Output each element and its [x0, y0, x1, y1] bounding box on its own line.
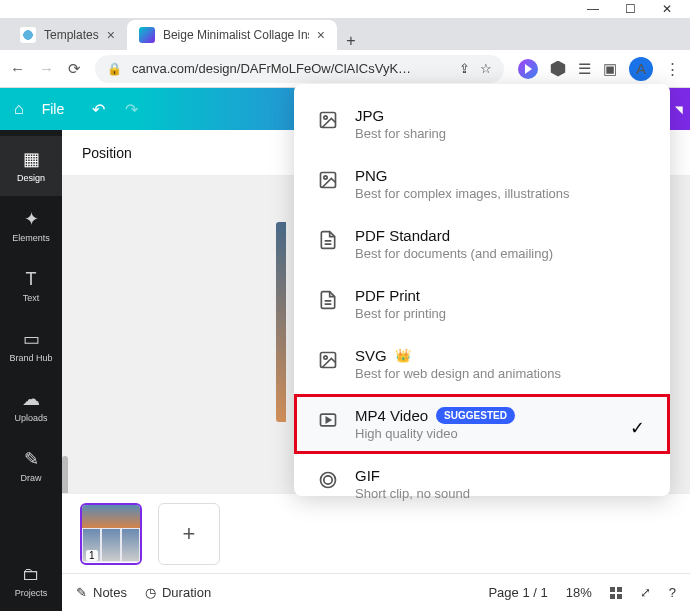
- file-menu[interactable]: File: [42, 101, 65, 117]
- nav-back-icon[interactable]: ←: [10, 60, 25, 77]
- sidebar-item-label: Brand Hub: [9, 353, 52, 363]
- new-tab-button[interactable]: +: [337, 32, 365, 50]
- format-desc: Best for web design and animations: [355, 366, 647, 381]
- sidebar-item-label: Draw: [20, 473, 41, 483]
- tab-close-icon[interactable]: ×: [317, 27, 325, 43]
- format-title: PNG: [355, 167, 647, 184]
- favicon: [139, 27, 155, 43]
- sidebar-item-text[interactable]: T Text: [0, 256, 62, 316]
- page-indicator[interactable]: Page 1 / 1: [488, 585, 547, 600]
- tab-label: Templates: [44, 28, 99, 42]
- sidebar-item-brand-hub[interactable]: ▭ Brand Hub: [0, 316, 62, 376]
- star-icon[interactable]: ☆: [480, 61, 492, 76]
- format-option-mp4[interactable]: MP4 VideoSUGGESTEDHigh quality video ✓: [294, 394, 670, 454]
- page-number: 1: [86, 550, 98, 561]
- format-option-png[interactable]: PNGBest for complex images, illustration…: [294, 154, 670, 214]
- add-page-button[interactable]: +: [158, 503, 220, 565]
- toolbar-right: ☰ ▣ A ⋮: [518, 57, 680, 81]
- browser-tab-canva-design[interactable]: Beige Minimalist Collage Ins ×: [127, 20, 337, 50]
- help-icon[interactable]: ?: [669, 585, 676, 600]
- window-minimize[interactable]: —: [587, 2, 599, 16]
- media-play-icon[interactable]: [518, 59, 538, 79]
- window-close[interactable]: ✕: [662, 2, 672, 16]
- format-desc: Best for printing: [355, 306, 647, 321]
- extensions-icon[interactable]: [550, 61, 566, 77]
- draw-icon: ✎: [24, 449, 39, 469]
- format-option-jpg[interactable]: JPGBest for sharing: [294, 94, 670, 154]
- duration-label: Duration: [162, 585, 211, 600]
- sidebar-item-uploads[interactable]: ☁ Uploads: [0, 376, 62, 436]
- svg-point-5: [324, 356, 327, 359]
- undo-icon[interactable]: ↶: [92, 100, 105, 119]
- image-icon: [317, 349, 339, 371]
- notes-icon: ✎: [76, 585, 87, 600]
- window-maximize[interactable]: ☐: [625, 2, 636, 16]
- format-desc: Best for complex images, illustrations: [355, 186, 647, 201]
- format-title: SVG: [355, 347, 387, 364]
- kebab-menu-icon[interactable]: ⋮: [665, 60, 680, 78]
- format-title: PDF Print: [355, 287, 647, 304]
- svg-point-3: [324, 176, 327, 179]
- profile-avatar[interactable]: A: [629, 57, 653, 81]
- format-desc: Short clip, no sound: [355, 486, 647, 501]
- sidebar-item-label: Uploads: [14, 413, 47, 423]
- lock-icon: 🔒: [107, 62, 122, 76]
- image-icon: [317, 109, 339, 131]
- sidebar-item-draw[interactable]: ✎ Draw: [0, 436, 62, 496]
- text-icon: T: [26, 269, 37, 289]
- format-option-svg[interactable]: SVG👑Best for web design and animations: [294, 334, 670, 394]
- uploads-icon: ☁: [22, 389, 40, 409]
- browser-tab-templates[interactable]: Templates ×: [8, 20, 127, 50]
- top-bar-overflow[interactable]: ◥: [668, 88, 690, 130]
- format-title: JPG: [355, 107, 647, 124]
- sidebar-item-projects[interactable]: 🗀 Projects: [0, 551, 62, 611]
- format-title: MP4 Video: [355, 407, 428, 424]
- nav-reload-icon[interactable]: ⟳: [68, 60, 81, 78]
- sidebar-item-elements[interactable]: ✦ Elements: [0, 196, 62, 256]
- svg-point-8: [324, 476, 332, 484]
- omnibox[interactable]: 🔒 canva.com/design/DAFrMoLFeOw/ClAICsVyK…: [95, 55, 504, 83]
- sidebar-item-label: Projects: [15, 588, 48, 598]
- window-controls: — ☐ ✕: [0, 0, 690, 18]
- design-icon: ▦: [23, 149, 40, 169]
- gif-icon: [317, 469, 339, 491]
- reading-list-icon[interactable]: ☰: [578, 60, 591, 78]
- sidebar-item-label: Text: [23, 293, 40, 303]
- download-format-menu: JPGBest for sharing PNGBest for complex …: [294, 84, 670, 496]
- suggested-badge: SUGGESTED: [436, 407, 515, 424]
- home-icon[interactable]: ⌂: [14, 100, 24, 118]
- page-thumbnail[interactable]: 1: [80, 503, 142, 565]
- tab-label: Beige Minimalist Collage Ins: [163, 28, 309, 42]
- duration-button[interactable]: ◷ Duration: [145, 585, 211, 600]
- svg-point-7: [321, 473, 336, 488]
- position-button[interactable]: Position: [82, 145, 132, 161]
- sidebar-item-label: Elements: [12, 233, 50, 243]
- clock-icon: ◷: [145, 585, 156, 600]
- image-icon: [317, 169, 339, 191]
- sidebar-item-design[interactable]: ▦ Design: [0, 136, 62, 196]
- notes-button[interactable]: ✎ Notes: [76, 585, 127, 600]
- format-option-pdf-standard[interactable]: PDF StandardBest for documents (and emai…: [294, 214, 670, 274]
- crown-icon: 👑: [395, 348, 411, 363]
- video-icon: [317, 409, 339, 431]
- side-panel-icon[interactable]: ▣: [603, 60, 617, 78]
- tab-close-icon[interactable]: ×: [107, 27, 115, 43]
- canvas-preview-fragment: [276, 222, 286, 422]
- format-option-pdf-print[interactable]: PDF PrintBest for printing: [294, 274, 670, 334]
- address-bar: ← → ⟳ 🔒 canva.com/design/DAFrMoLFeOw/ClA…: [0, 50, 690, 88]
- check-icon: ✓: [630, 417, 645, 439]
- redo-icon: ↷: [125, 100, 138, 119]
- brand-hub-icon: ▭: [23, 329, 40, 349]
- favicon: [20, 27, 36, 43]
- zoom-level[interactable]: 18%: [566, 585, 592, 600]
- format-desc: High quality video: [355, 426, 647, 441]
- svg-point-1: [324, 116, 327, 119]
- left-sidebar: ▦ Design ✦ Elements T Text ▭ Brand Hub ☁…: [0, 130, 62, 611]
- format-title: GIF: [355, 467, 647, 484]
- share-icon[interactable]: ⇪: [459, 61, 470, 76]
- url-text: canva.com/design/DAFrMoLFeOw/ClAICsVyK…: [132, 61, 449, 76]
- grid-view-icon[interactable]: [610, 587, 622, 599]
- fullscreen-icon[interactable]: ⤢: [640, 585, 651, 600]
- editor-footer: ✎ Notes ◷ Duration Page 1 / 1 18% ⤢ ?: [62, 573, 690, 611]
- format-option-gif[interactable]: GIFShort clip, no sound: [294, 454, 670, 514]
